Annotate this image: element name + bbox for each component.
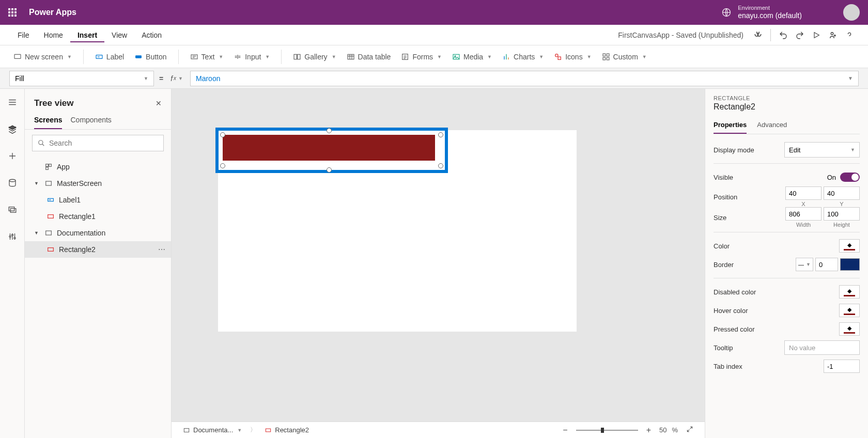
resize-handle[interactable] xyxy=(220,132,225,137)
y-sublabel: Y xyxy=(840,201,843,207)
search-input[interactable] xyxy=(49,139,158,147)
tree-item-label1[interactable]: Label1 xyxy=(25,192,171,208)
custom-button[interactable]: Custom▼ xyxy=(598,51,651,63)
add-icon[interactable] xyxy=(5,149,20,163)
expand-icon[interactable]: ▼ xyxy=(848,75,853,81)
resize-handle[interactable] xyxy=(438,163,443,168)
position-x-input[interactable] xyxy=(785,186,822,200)
close-icon[interactable]: ✕ xyxy=(156,99,162,107)
gallery-button[interactable]: Gallery▼ xyxy=(289,51,340,63)
tree-search[interactable] xyxy=(32,135,164,151)
tooltip-input[interactable]: No value xyxy=(784,340,860,355)
table-icon xyxy=(347,53,355,61)
tree-label: MasterScreen xyxy=(57,179,102,187)
tab-advanced[interactable]: Advanced xyxy=(757,118,787,134)
fx-label[interactable]: fx▼ xyxy=(168,74,185,83)
border-color-picker[interactable] xyxy=(840,258,860,271)
app-checker-icon[interactable] xyxy=(750,27,766,43)
tree-label: Rectangle1 xyxy=(59,212,96,221)
size-width-input[interactable] xyxy=(785,207,822,221)
hover-color-picker[interactable]: ◆ xyxy=(839,304,860,317)
user-avatar[interactable] xyxy=(843,4,860,21)
chevron-down-icon[interactable]: ▼ xyxy=(34,230,40,236)
tree-item-rectangle2[interactable]: Rectangle2 ⋯ xyxy=(25,241,171,258)
forms-button[interactable]: Forms▼ xyxy=(397,51,446,63)
tools-icon[interactable] xyxy=(5,229,20,244)
tree-item-app[interactable]: App xyxy=(25,159,171,175)
breadcrumb-label: Documenta... xyxy=(193,426,233,434)
menu-insert[interactable]: Insert xyxy=(70,28,104,42)
visible-toggle[interactable] xyxy=(840,173,860,182)
charts-button[interactable]: Charts▼ xyxy=(498,51,548,63)
tab-components[interactable]: Components xyxy=(70,112,111,129)
redo-icon[interactable] xyxy=(792,27,808,43)
tree-view-title: Tree view xyxy=(34,98,74,108)
custom-icon xyxy=(602,53,610,61)
undo-icon[interactable] xyxy=(775,27,792,43)
fit-screen-icon[interactable] xyxy=(683,426,696,435)
chevron-down-icon[interactable]: ▼ xyxy=(34,181,40,186)
share-icon[interactable] xyxy=(825,27,841,43)
rectangle2-shape[interactable] xyxy=(223,135,435,161)
pressed-color-picker[interactable]: ◆ xyxy=(839,322,860,336)
color-picker[interactable]: ◆ xyxy=(839,239,860,253)
border-style-select[interactable]: — ▼ xyxy=(796,258,813,271)
size-height-input[interactable] xyxy=(824,207,860,221)
menu-view[interactable]: View xyxy=(104,28,134,42)
selection-box[interactable] xyxy=(215,128,448,173)
tab-properties[interactable]: Properties xyxy=(714,118,747,134)
svg-rect-4 xyxy=(135,55,142,58)
label-button[interactable]: Label xyxy=(91,51,128,63)
help-icon[interactable] xyxy=(841,27,858,43)
svg-rect-5 xyxy=(191,55,197,59)
canvas-screen[interactable] xyxy=(218,130,577,332)
resize-handle[interactable] xyxy=(220,163,225,168)
hamburger-icon[interactable] xyxy=(5,95,20,110)
zoom-out-button[interactable]: − xyxy=(560,426,570,435)
input-button[interactable]: Input▼ xyxy=(229,51,274,63)
breadcrumb-element[interactable]: Rectangle2 xyxy=(261,424,312,436)
svg-point-21 xyxy=(9,236,11,238)
property-selector[interactable]: Fill ▼ xyxy=(9,71,154,86)
element-name: Rectangle2 xyxy=(714,102,860,112)
prop-hover-color-label: Hover color xyxy=(714,307,748,315)
new-screen-button[interactable]: New screen▼ xyxy=(9,51,76,63)
app-icon xyxy=(44,163,53,171)
tabindex-input[interactable] xyxy=(824,359,860,373)
resize-handle[interactable] xyxy=(438,132,443,137)
play-icon[interactable] xyxy=(808,27,825,43)
formula-input[interactable]: Maroon ▼ xyxy=(190,71,859,86)
svg-rect-19 xyxy=(9,207,14,211)
media-button[interactable]: Media▼ xyxy=(448,51,496,63)
display-mode-select[interactable]: Edit ▼ xyxy=(784,142,860,158)
menu-action[interactable]: Action xyxy=(134,28,169,42)
text-button[interactable]: Text▼ xyxy=(186,51,228,63)
more-icon[interactable]: ⋯ xyxy=(158,245,166,254)
position-y-input[interactable] xyxy=(824,186,860,200)
menu-file[interactable]: File xyxy=(10,28,37,42)
tree-item-rectangle1[interactable]: Rectangle1 xyxy=(25,208,171,225)
data-icon[interactable] xyxy=(5,176,20,190)
tree-item-documentation[interactable]: ▼ Documentation xyxy=(25,225,171,241)
datatable-button[interactable]: Data table xyxy=(343,51,395,63)
canvas-area[interactable]: Documenta... ▼ 〉 Rectangle2 − + 50 % xyxy=(172,89,705,438)
environment-selector[interactable]: Environment enayu.com (default) xyxy=(721,5,802,20)
waffle-icon[interactable] xyxy=(4,4,21,21)
screen-icon xyxy=(44,229,53,237)
resize-handle[interactable] xyxy=(327,128,332,133)
prop-disabled-color-label: Disabled color xyxy=(714,288,756,296)
zoom-in-button[interactable]: + xyxy=(643,426,654,435)
tree-item-masterscreen[interactable]: ▼ MasterScreen xyxy=(25,175,171,192)
icons-button[interactable]: Icons▼ xyxy=(550,51,595,63)
tree-view-icon[interactable] xyxy=(5,122,20,136)
button-button[interactable]: Button xyxy=(130,51,171,63)
zoom-slider[interactable] xyxy=(576,430,638,431)
tab-screens[interactable]: Screens xyxy=(34,112,62,129)
menu-home[interactable]: Home xyxy=(37,28,70,42)
breadcrumb-screen[interactable]: Documenta... ▼ xyxy=(180,424,245,436)
border-width-input[interactable] xyxy=(815,258,838,271)
disabled-color-picker[interactable]: ◆ xyxy=(839,285,860,299)
resize-handle[interactable] xyxy=(327,167,332,173)
media-rail-icon[interactable] xyxy=(5,202,20,217)
ribbon-label: Gallery xyxy=(304,53,327,61)
